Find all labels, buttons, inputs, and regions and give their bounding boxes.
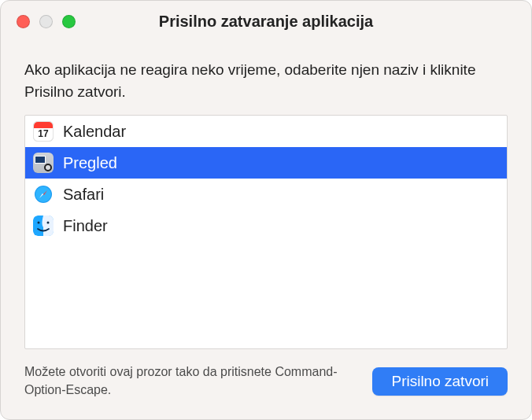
footer: Možete otvoriti ovaj prozor tako da prit… bbox=[1, 363, 531, 419]
window-controls bbox=[17, 15, 76, 28]
minimize-window-button bbox=[39, 15, 53, 28]
keyboard-hint-text: Možete otvoriti ovaj prozor tako da prit… bbox=[24, 363, 339, 399]
safari-icon bbox=[33, 184, 54, 204]
svg-point-6 bbox=[38, 222, 40, 224]
app-name-label: Kalendar bbox=[63, 123, 126, 141]
close-window-button[interactable] bbox=[17, 15, 30, 28]
zoom-window-button[interactable] bbox=[62, 15, 76, 28]
force-quit-window: Prisilno zatvaranje aplikacija Ako aplik… bbox=[0, 0, 532, 420]
content-area: Ako aplikacija ne reagira neko vrijeme, … bbox=[1, 42, 531, 363]
app-row-pregled[interactable]: Pregled bbox=[25, 147, 507, 179]
finder-icon bbox=[33, 216, 54, 236]
app-row-finder[interactable]: Finder bbox=[25, 210, 507, 241]
app-row-safari[interactable]: Safari bbox=[25, 179, 507, 210]
window-title: Prisilno zatvaranje aplikacija bbox=[1, 13, 531, 31]
calendar-day-number: 17 bbox=[34, 128, 53, 139]
titlebar: Prisilno zatvaranje aplikacija bbox=[1, 1, 531, 42]
svg-point-7 bbox=[47, 222, 50, 224]
app-name-label: Pregled bbox=[63, 154, 117, 172]
force-quit-button[interactable]: Prisilno zatvori bbox=[372, 367, 508, 396]
app-name-label: Safari bbox=[63, 186, 104, 204]
application-list[interactable]: 17 Kalendar Pregled bbox=[24, 115, 508, 349]
app-row-kalendar[interactable]: 17 Kalendar bbox=[25, 116, 507, 147]
preview-icon bbox=[33, 153, 54, 173]
app-name-label: Finder bbox=[63, 217, 108, 235]
calendar-icon: 17 bbox=[33, 121, 54, 142]
instructions-text: Ako aplikacija ne reagira neko vrijeme, … bbox=[24, 59, 508, 102]
